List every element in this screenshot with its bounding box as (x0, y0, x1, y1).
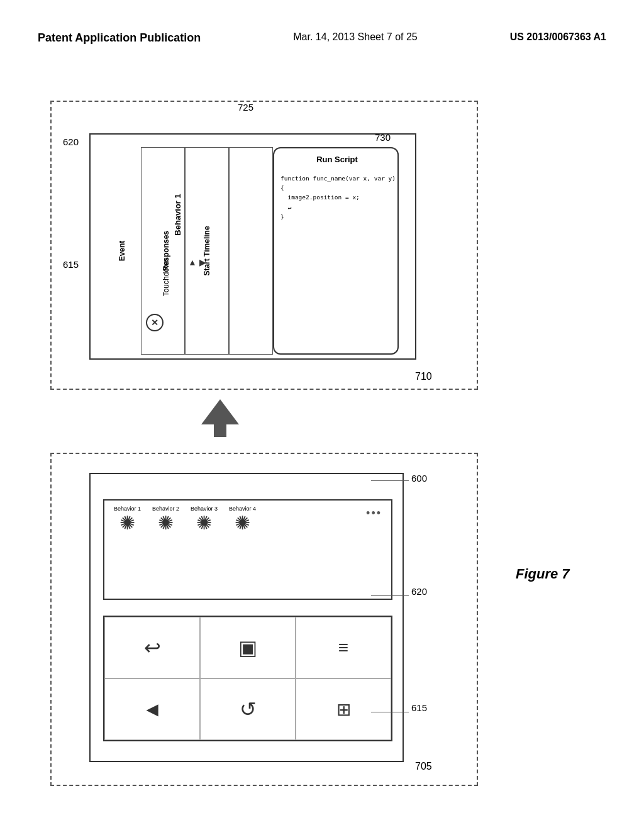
tool-4[interactable]: ◄ (104, 678, 200, 740)
up-arrow (201, 399, 239, 437)
behavior-2-icon: ✺ (158, 512, 174, 534)
sheet-info: Mar. 14, 2013 Sheet 7 of 25 (293, 31, 417, 43)
top-diagram-container: Behavior 1 Event Responses Start Timelin… (50, 101, 478, 390)
play-buttons: ▲ ▶ (188, 257, 206, 267)
up-arrow-stem (214, 424, 226, 437)
close-button[interactable]: ✕ (146, 314, 164, 331)
timeline-column: Start Timeline (229, 147, 273, 355)
patent-number: US 2013/0067363 A1 (510, 31, 606, 43)
event-value: Touchdown (162, 258, 170, 297)
behavior-1-item: Behavior 1 ✺ (114, 506, 141, 534)
behavior-4-item: Behavior 4 ✺ (229, 506, 256, 534)
figure-label: Figure 7 (516, 566, 570, 582)
behavior-3-icon: ✺ (196, 512, 212, 534)
label-705: 705 (415, 761, 432, 772)
code-line-3: image2.position = x; (280, 192, 396, 202)
label-615-top: 615 (63, 259, 79, 270)
label-620-bot: 620 (411, 586, 427, 597)
label-620-top: 620 (63, 136, 79, 147)
label-710: 710 (415, 371, 432, 382)
line-615-bot (371, 712, 409, 712)
tool-2[interactable]: ▣ (200, 617, 296, 678)
run-script-label: Run Script (274, 155, 400, 164)
line-620-bot (371, 595, 409, 596)
code-block: function func_name(var x, var y) { image… (280, 174, 396, 221)
code-line-1: function func_name(var x, var y) (280, 174, 396, 183)
label-730: 730 (375, 132, 391, 143)
label-725: 725 (238, 102, 253, 113)
behavior-4-label: Behavior 4 (229, 506, 256, 512)
bottom-inner-box: Behavior 1 ✺ Behavior 2 ✺ Behavior 3 ✺ B… (89, 473, 404, 762)
publication-title: Patent Application Publication (38, 31, 201, 45)
behavior-4-icon: ✺ (235, 512, 250, 534)
code-line-5: } (280, 212, 396, 221)
run-script-box: Run Script function func_name(var x, var… (273, 147, 399, 355)
behavior-2-item: Behavior 2 ✺ (152, 506, 179, 534)
behavior-items-row: Behavior 1 ✺ Behavior 2 ✺ Behavior 3 ✺ B… (114, 506, 256, 534)
tool-1[interactable]: ↩ (104, 617, 200, 678)
more-dots: ••• (366, 507, 382, 520)
tool-5[interactable]: ↺ (200, 678, 296, 740)
top-inner-box: Behavior 1 Event Responses Start Timelin… (89, 133, 416, 360)
bottom-diagram-container: Behavior 1 ✺ Behavior 2 ✺ Behavior 3 ✺ B… (50, 453, 478, 786)
label-600: 600 (411, 473, 427, 484)
page-header: Patent Application Publication Mar. 14, … (0, 31, 644, 45)
play-forward-icon: ▶ (199, 257, 206, 267)
behavior-3-label: Behavior 3 (191, 506, 218, 512)
line-600 (371, 480, 409, 481)
behavior-2-label: Behavior 2 (152, 506, 179, 512)
behavior-1-icon: ✺ (119, 512, 135, 534)
tool-3[interactable]: ≡ (296, 617, 391, 678)
up-arrow-head (201, 399, 239, 424)
code-line-4: ↵ (280, 202, 396, 212)
tools-area: ↩ ▣ ≡ ◄ ↺ ⊞ (103, 616, 392, 741)
play-back-icon: ▲ (188, 257, 197, 267)
label-615-bot: 615 (411, 702, 427, 713)
code-line-2: { (280, 183, 396, 192)
tool-6[interactable]: ⊞ (296, 678, 391, 740)
behavior-1-label: Behavior 1 (114, 506, 141, 512)
behavior-3-item: Behavior 3 ✺ (191, 506, 218, 534)
behaviors-area: Behavior 1 ✺ Behavior 2 ✺ Behavior 3 ✺ B… (103, 499, 392, 600)
